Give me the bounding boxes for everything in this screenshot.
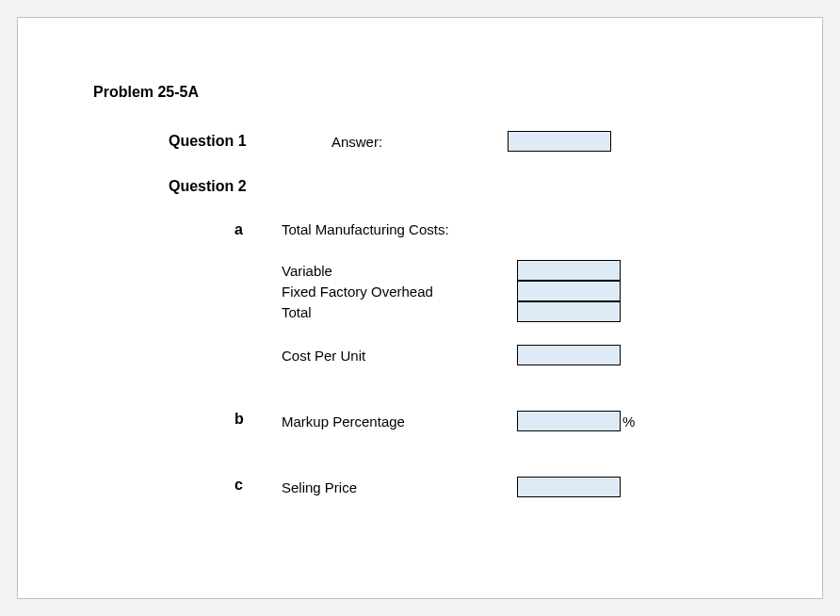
part-b-row: b Markup Percentage %: [93, 411, 766, 431]
part-c-letter: c: [93, 477, 282, 497]
cost-per-unit-row: Cost Per Unit: [282, 345, 766, 365]
worksheet-page: Problem 25-5A Question 1 Answer: Questio…: [17, 17, 823, 599]
total-input[interactable]: [517, 301, 621, 322]
markup-percentage-input[interactable]: [517, 411, 621, 431]
question1-row: Question 1 Answer:: [93, 131, 766, 152]
total-label: Total: [282, 304, 517, 320]
cost-per-unit-input[interactable]: [517, 345, 621, 365]
part-a-content: Total Manufacturing Costs: Variable Fixe…: [282, 221, 766, 365]
cost-per-unit-label: Cost Per Unit: [282, 348, 517, 364]
total-row: Total: [282, 301, 766, 322]
part-c-row: c Seling Price: [93, 477, 766, 497]
question1-label: Question 1: [93, 133, 282, 150]
part-a-row: a Total Manufacturing Costs: Variable Fi…: [93, 221, 766, 365]
markup-percentage-label: Markup Percentage: [282, 413, 517, 430]
question2-block: Question 2 a Total Manufacturing Costs: …: [93, 178, 766, 497]
question1-answer-input[interactable]: [508, 131, 611, 152]
fixed-overhead-label: Fixed Factory Overhead: [282, 284, 517, 300]
question2-label: Question 2: [93, 178, 766, 195]
selling-price-input[interactable]: [517, 477, 621, 497]
part-c-content: Seling Price: [282, 477, 766, 497]
variable-row: Variable: [282, 260, 766, 281]
part-a-title: Total Manufacturing Costs:: [282, 221, 766, 237]
variable-label: Variable: [282, 263, 517, 279]
question1-answer-label: Answer:: [282, 134, 432, 150]
problem-title: Problem 25-5A: [93, 84, 766, 101]
markup-percentage-row: Markup Percentage %: [282, 411, 766, 431]
variable-input[interactable]: [517, 260, 621, 281]
fixed-overhead-input[interactable]: [517, 281, 621, 301]
percent-sign: %: [622, 413, 635, 430]
part-a-letter: a: [93, 221, 282, 365]
selling-price-label: Seling Price: [282, 479, 517, 495]
selling-price-row: Seling Price: [282, 477, 766, 497]
part-b-content: Markup Percentage %: [282, 411, 766, 431]
part-b-letter: b: [93, 411, 282, 431]
fixed-overhead-row: Fixed Factory Overhead: [282, 281, 766, 301]
